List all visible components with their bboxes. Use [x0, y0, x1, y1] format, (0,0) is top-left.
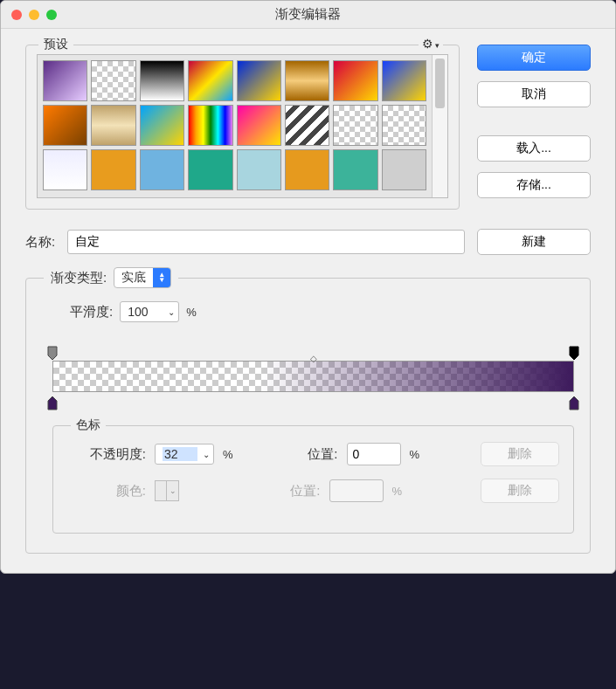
gradient-type-group: 渐变类型: 实底 ▲▼ 平滑度: 100 ⌄ % [25, 278, 591, 554]
percent-label: % [410, 448, 431, 461]
preset-swatch[interactable] [333, 149, 377, 190]
gradient-bar[interactable] [52, 361, 574, 392]
preset-swatch[interactable] [285, 105, 329, 146]
opacity-input[interactable]: 32 ⌄ [155, 444, 214, 465]
presets-grid [37, 54, 448, 198]
preset-swatch[interactable] [43, 60, 87, 101]
delete-color-stop-button: 删除 [481, 479, 559, 503]
preset-swatch[interactable] [43, 105, 87, 146]
midpoint-icon[interactable]: ◇ [310, 354, 317, 363]
type-select-value: 实底 [121, 270, 146, 286]
side-buttons: 确定 取消 载入... 存储... [477, 45, 591, 210]
presets-scrollbar[interactable] [432, 55, 447, 197]
gear-icon[interactable]: ⚙▾ [419, 37, 443, 51]
gradient-bar-area: ◇ [52, 345, 574, 411]
preset-swatch[interactable] [237, 149, 281, 190]
opacity-pos-input[interactable] [347, 443, 401, 465]
smoothness-label: 平滑度: [70, 304, 113, 320]
name-input[interactable] [67, 230, 465, 254]
preset-swatch[interactable] [91, 60, 135, 101]
preset-swatch[interactable] [333, 105, 377, 146]
opacity-label: 不透明度: [67, 446, 146, 463]
preset-swatch[interactable] [382, 149, 426, 190]
svg-marker-0 [48, 347, 57, 360]
preset-swatch[interactable] [188, 149, 232, 190]
cancel-button[interactable]: 取消 [477, 81, 591, 107]
preset-swatch[interactable] [382, 105, 426, 146]
preset-swatch[interactable] [237, 60, 281, 101]
load-button[interactable]: 载入... [477, 135, 591, 162]
opacity-value: 32 [163, 447, 197, 461]
color-stop-left[interactable] [46, 396, 59, 411]
preset-swatch[interactable] [91, 105, 135, 146]
preset-swatch[interactable] [285, 60, 329, 101]
opacity-stop-left[interactable] [46, 345, 59, 361]
percent-label: % [392, 485, 413, 498]
opacity-stop-right[interactable] [568, 345, 580, 361]
color-pos-input [329, 479, 384, 502]
percent-label: % [223, 448, 244, 461]
chevron-updown-icon: ▲▼ [153, 268, 170, 287]
opacity-pos-label: 位置: [294, 446, 338, 463]
preset-swatch[interactable] [140, 60, 184, 101]
presets-label: 预设 [38, 37, 73, 52]
presets-group: 预设 ⚙▾ [25, 45, 460, 210]
type-label: 渐变类型: [51, 270, 107, 286]
content: 预设 ⚙▾ 确定 取消 载入... 存储... 名称: 新建 渐变类 [1, 29, 615, 573]
chevron-down-icon: ⌄ [163, 307, 175, 317]
ok-button[interactable]: 确定 [477, 45, 591, 71]
color-pos-label: 位置: [277, 483, 321, 500]
stops-group: 色标 不透明度: 32 ⌄ % 位置: % 删除 颜色: [52, 425, 574, 534]
preset-swatch[interactable] [43, 149, 87, 190]
color-label: 颜色: [67, 483, 146, 500]
new-button[interactable]: 新建 [477, 229, 591, 255]
preset-swatch[interactable] [140, 105, 184, 146]
titlebar: 渐变编辑器 [1, 1, 615, 29]
svg-marker-3 [570, 396, 578, 410]
svg-marker-2 [48, 396, 57, 410]
percent-label: % [186, 306, 197, 319]
smoothness-select[interactable]: 100 ⌄ [120, 301, 179, 322]
name-label: 名称: [25, 234, 55, 251]
smoothness-value: 100 [128, 305, 163, 319]
save-button[interactable]: 存储... [477, 172, 591, 198]
delete-opacity-stop-button[interactable]: 删除 [481, 442, 559, 466]
color-stop-right[interactable] [568, 396, 580, 411]
preset-swatch[interactable] [91, 149, 135, 190]
gradient-editor-window: 渐变编辑器 预设 ⚙▾ 确定 取消 载入... 存储... 名称: [0, 0, 616, 574]
type-select[interactable]: 实底 ▲▼ [114, 267, 171, 288]
preset-swatch[interactable] [285, 149, 329, 190]
stops-label: 色标 [71, 417, 106, 433]
preset-swatch[interactable] [237, 105, 281, 146]
preset-swatch[interactable] [188, 105, 232, 146]
preset-swatch[interactable] [382, 60, 426, 101]
preset-swatch[interactable] [140, 149, 184, 190]
color-swatch: ⌄ [155, 480, 179, 501]
preset-swatch[interactable] [333, 60, 377, 101]
preset-swatch[interactable] [188, 60, 232, 101]
svg-marker-1 [570, 347, 578, 360]
chevron-down-icon: ⌄ [197, 450, 210, 459]
window-title: 渐变编辑器 [1, 6, 615, 23]
